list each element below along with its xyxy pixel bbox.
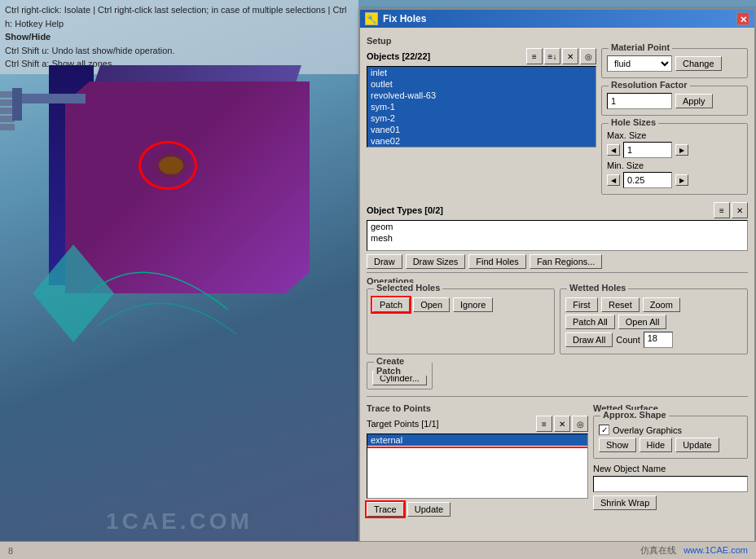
resolution-factor-group: Resolution Factor Apply xyxy=(601,86,748,116)
ignore-button[interactable]: Ignore xyxy=(453,297,493,312)
selected-holes-group: Selected Holes Patch Open Ignore xyxy=(367,288,555,354)
list-item[interactable]: geom xyxy=(367,221,747,232)
open-button[interactable]: Open xyxy=(413,297,450,312)
target-points-header: Target Points [1/1] ≡ ✕ ◎ xyxy=(367,416,588,432)
overlay-graphics-checkbox[interactable]: ✓ xyxy=(599,425,609,435)
object-types-clear-btn[interactable]: ✕ xyxy=(732,202,748,218)
setup-label: Setup xyxy=(367,36,748,46)
hide-button[interactable]: Hide xyxy=(640,438,673,452)
dialog-title: Fix Holes xyxy=(383,13,426,24)
trace-button[interactable]: Trace xyxy=(367,502,404,517)
list-item[interactable]: outlet xyxy=(367,78,596,90)
viewport-instructions: Ctrl right-click: Isolate | Ctrl right-c… xyxy=(0,0,358,74)
create-patch-label: Create Patch xyxy=(374,356,432,376)
trace-to-points-section: Trace to Points Target Points [1/1] ≡ ✕ … xyxy=(367,400,588,519)
dialog-icon: 🔧 xyxy=(365,12,378,25)
objects-label: Objects [22/22] xyxy=(367,51,430,61)
target-points-label: Target Points [1/1] xyxy=(367,419,439,429)
trace-to-points-label: Trace to Points xyxy=(367,403,588,413)
objects-radio-btn[interactable]: ◎ xyxy=(580,48,596,64)
hole-sizes-group: Hole Sizes Max. Size ◀ ▶ Min. Size ◀ ▶ xyxy=(601,123,748,195)
show-button[interactable]: Show xyxy=(599,438,636,452)
viewport: Ctrl right-click: Isolate | Ctrl right-c… xyxy=(0,0,358,559)
list-item[interactable]: vane01 xyxy=(367,124,596,135)
zoom-button[interactable]: Zoom xyxy=(643,297,680,312)
list-item[interactable]: revolved-wall-63 xyxy=(367,90,596,101)
count-label: Count xyxy=(616,335,640,345)
divider2 xyxy=(367,396,748,397)
first-button[interactable]: First xyxy=(565,297,598,312)
max-size-label: Max. Size xyxy=(607,130,742,140)
create-patch-group: Create Patch Cylinder... xyxy=(367,362,433,390)
highlight-circle xyxy=(138,141,197,190)
target-clear-btn[interactable]: ✕ xyxy=(554,416,570,432)
max-size-increase[interactable]: ▶ xyxy=(675,144,688,156)
object-types-label: Object Types [0/2] xyxy=(367,205,443,215)
new-object-name-label: New Object Name xyxy=(593,464,666,473)
change-button[interactable]: Change xyxy=(675,56,722,71)
pipe-connector xyxy=(12,88,22,121)
draw-button[interactable]: Draw xyxy=(367,254,402,269)
object-types-listbox[interactable]: geom mesh xyxy=(367,220,748,251)
list-item[interactable]: sym-2 xyxy=(367,112,596,124)
objects-filter2-btn[interactable]: ≡↓ xyxy=(544,48,560,64)
target-radio-btn[interactable]: ◎ xyxy=(572,416,588,432)
objects-clear-btn[interactable]: ✕ xyxy=(562,48,578,64)
close-button[interactable]: ✕ xyxy=(736,12,749,25)
object-types-filter-btn[interactable]: ≡ xyxy=(714,202,730,218)
new-object-name-input[interactable] xyxy=(593,476,748,492)
material-point-dropdown[interactable]: fluid xyxy=(607,55,672,72)
resolution-factor-input[interactable] xyxy=(607,93,672,109)
target-filter-btn[interactable]: ≡ xyxy=(536,416,552,432)
pipe-shape xyxy=(12,94,86,103)
approx-shape-label: Approx. Shape xyxy=(600,410,669,420)
objects-header: Objects [22/22] ≡ ≡↓ ✕ ◎ xyxy=(367,48,596,64)
external-list-item[interactable]: external xyxy=(367,434,587,446)
list-item[interactable]: mesh xyxy=(367,232,747,244)
list-item[interactable]: sym-1 xyxy=(367,101,596,112)
target-points-listbox[interactable]: external xyxy=(367,434,588,499)
apply-button[interactable]: Apply xyxy=(675,94,713,108)
shrink-wrap-button[interactable]: Shrink Wrap xyxy=(593,495,657,510)
object-types-header: Object Types [0/2] ≡ ✕ xyxy=(367,202,748,218)
bottom-left-label: 8 xyxy=(8,546,13,556)
bottom-right-text: 仿真在线 www.1CAE.com xyxy=(640,544,748,557)
objects-listbox[interactable]: inlet outlet revolved-wall-63 sym-1 sym-… xyxy=(367,66,596,147)
reset-button[interactable]: Reset xyxy=(601,297,640,312)
resolution-factor-label: Resolution Factor xyxy=(609,80,690,90)
watermark: 1CAE.COM xyxy=(106,508,253,535)
wetted-holes-label: Wetted Holes xyxy=(567,283,628,293)
open-all-button[interactable]: Open All xyxy=(618,315,667,329)
hole-sizes-label: Hole Sizes xyxy=(609,117,658,127)
find-holes-button[interactable]: Find Holes xyxy=(468,254,526,269)
selected-holes-label: Selected Holes xyxy=(374,283,442,293)
patch-button[interactable]: Patch xyxy=(372,297,410,312)
material-point-label: Material Point xyxy=(609,42,672,52)
objects-filter-btn[interactable]: ≡ xyxy=(526,48,543,64)
min-size-input[interactable] xyxy=(623,172,672,188)
fan-regions-button[interactable]: Fan Regions... xyxy=(530,254,603,269)
list-item[interactable]: vane03 xyxy=(367,147,596,147)
max-size-decrease[interactable]: ◀ xyxy=(607,144,620,156)
min-size-decrease[interactable]: ◀ xyxy=(607,174,620,186)
list-item[interactable]: vane02 xyxy=(367,135,596,147)
wetted-update-button[interactable]: Update xyxy=(675,438,719,452)
list-item[interactable]: inlet xyxy=(367,67,596,78)
draw-all-button[interactable]: Draw All xyxy=(565,332,613,347)
dialog-titlebar: 🔧 Fix Holes ✕ xyxy=(360,10,754,28)
bottom-brand-bar: 8 仿真在线 www.1CAE.com xyxy=(0,541,756,559)
wetted-holes-group: Wetted Holes First Reset Zoom Patch All … xyxy=(560,288,748,354)
material-point-group: Material Point fluid Change xyxy=(601,48,748,78)
curve-lines-svg xyxy=(81,228,244,350)
divider1 xyxy=(367,272,748,273)
max-size-input[interactable] xyxy=(623,142,672,158)
dialog-content: Setup Objects [22/22] ≡ ≡↓ ✕ ◎ inlet out… xyxy=(360,28,754,557)
trace-update-button[interactable]: Update xyxy=(407,502,451,517)
fix-holes-dialog: 🔧 Fix Holes ✕ Setup Objects [22/22] ≡ ≡↓… xyxy=(358,8,756,559)
count-value: 18 xyxy=(644,332,673,348)
overlay-graphics-label: Overlay Graphics xyxy=(613,425,682,435)
patch-all-button[interactable]: Patch All xyxy=(565,315,615,329)
min-size-increase[interactable]: ▶ xyxy=(675,174,688,186)
min-size-label: Min. Size xyxy=(607,161,742,170)
draw-sizes-button[interactable]: Draw Sizes xyxy=(406,254,466,269)
